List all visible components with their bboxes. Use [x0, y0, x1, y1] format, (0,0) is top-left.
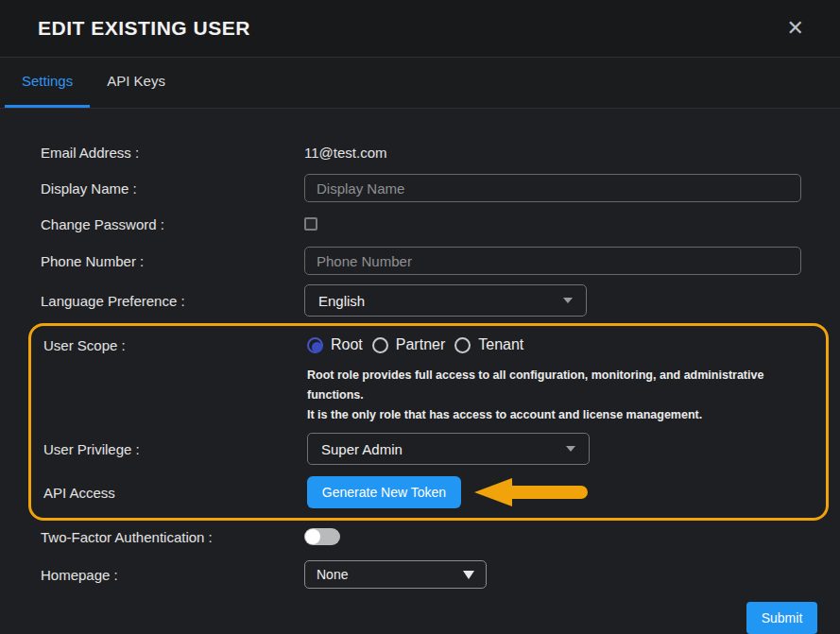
user-privilege-dropdown[interactable]: Super Admin	[307, 433, 590, 465]
help-line-1: Root role provides full access to all co…	[307, 366, 798, 405]
api-access-row: API Access Generate New Token	[43, 476, 798, 508]
email-value: 11@test.com	[304, 145, 386, 161]
user-privilege-row: User Privilege : Super Admin	[43, 433, 798, 465]
radio-tenant-label: Tenant	[478, 336, 523, 353]
generate-new-token-button[interactable]: Generate New Token	[307, 476, 461, 508]
user-privilege-dropdown-value: Super Admin	[321, 441, 403, 457]
tab-settings-label: Settings	[22, 73, 73, 89]
email-row: Email Address : 11@test.com	[41, 143, 801, 162]
user-scope-help-text: Root role provides full access to all co…	[307, 366, 798, 425]
two-factor-toggle[interactable]	[304, 528, 340, 545]
language-dropdown-value: English	[318, 293, 365, 309]
change-password-row: Change Password :	[41, 217, 801, 231]
language-row: Language Preference : English	[41, 284, 801, 317]
tab-api-keys[interactable]: API Keys	[90, 58, 182, 108]
modal-header: EDIT EXISTING USER ✕	[0, 0, 840, 58]
radio-tenant[interactable]: Tenant	[454, 336, 523, 353]
user-privilege-label: User Privilege :	[43, 441, 307, 457]
display-name-row: Display Name :	[41, 174, 801, 202]
help-line-2: It is the only role that has access to a…	[307, 405, 798, 425]
language-dropdown[interactable]: English	[304, 284, 587, 317]
tab-bar: Settings API Keys	[0, 58, 840, 109]
email-label: Email Address :	[41, 145, 304, 161]
radio-selected-icon	[307, 337, 323, 353]
homepage-select[interactable]: None	[304, 560, 487, 589]
submit-button[interactable]: Submit	[746, 602, 817, 634]
select-arrow-icon	[463, 571, 474, 579]
radio-unselected-icon	[372, 337, 388, 353]
radio-root-label: Root	[331, 336, 363, 353]
phone-input[interactable]	[304, 247, 801, 275]
radio-root[interactable]: Root	[307, 336, 363, 353]
chevron-down-icon	[566, 446, 575, 452]
left-arrow-annotation-icon	[472, 476, 590, 508]
user-scope-label: User Scope :	[43, 337, 307, 353]
settings-form: Email Address : 11@test.com Display Name…	[0, 109, 840, 634]
radio-partner[interactable]: Partner	[372, 336, 445, 353]
homepage-select-value: None	[317, 567, 348, 582]
user-scope-radio-group: Root Partner Tenant	[307, 336, 523, 353]
close-icon[interactable]: ✕	[787, 18, 804, 39]
change-password-label: Change Password :	[41, 216, 304, 232]
tab-settings[interactable]: Settings	[5, 58, 90, 108]
footer: Submit	[41, 602, 817, 634]
user-scope-row: User Scope : Root Partner Te	[43, 335, 798, 354]
radio-unselected-icon	[454, 337, 471, 353]
two-factor-row: Two-Factor Authentication :	[41, 528, 801, 545]
highlight-annotation-box: User Scope : Root Partner Te	[28, 323, 829, 521]
language-label: Language Preference :	[41, 293, 304, 309]
modal-title: EDIT EXISTING USER	[38, 17, 250, 40]
radio-partner-label: Partner	[396, 336, 445, 353]
toggle-knob	[305, 529, 320, 544]
api-access-label: API Access	[43, 485, 307, 501]
display-name-label: Display Name :	[41, 180, 304, 197]
change-password-checkbox[interactable]	[304, 217, 317, 231]
edit-user-modal: EDIT EXISTING USER ✕ Settings API Keys E…	[0, 0, 840, 634]
tab-api-keys-label: API Keys	[107, 73, 165, 89]
two-factor-label: Two-Factor Authentication :	[41, 529, 304, 545]
phone-row: Phone Number :	[41, 247, 801, 275]
homepage-label: Homepage :	[41, 567, 304, 583]
display-name-input[interactable]	[304, 174, 801, 202]
homepage-row: Homepage : None	[41, 560, 801, 589]
phone-label: Phone Number :	[41, 253, 304, 269]
chevron-down-icon	[563, 298, 573, 303]
